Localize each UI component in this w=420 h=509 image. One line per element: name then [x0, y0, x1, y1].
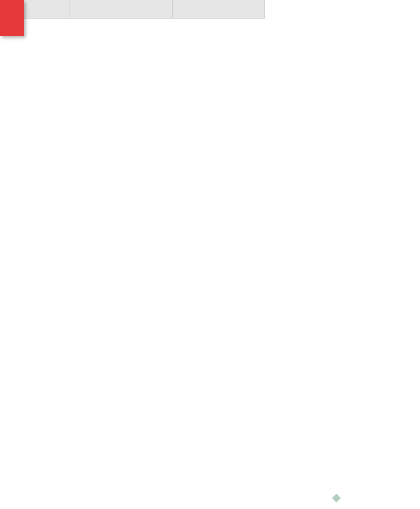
column-headers — [20, 0, 265, 19]
col-header-C[interactable] — [173, 0, 265, 19]
col-header-A[interactable] — [20, 0, 69, 19]
col-header-B[interactable] — [69, 0, 173, 19]
watermark-logo-icon — [332, 494, 341, 502]
annotation-callout — [0, 0, 24, 36]
watermark — [332, 494, 343, 502]
